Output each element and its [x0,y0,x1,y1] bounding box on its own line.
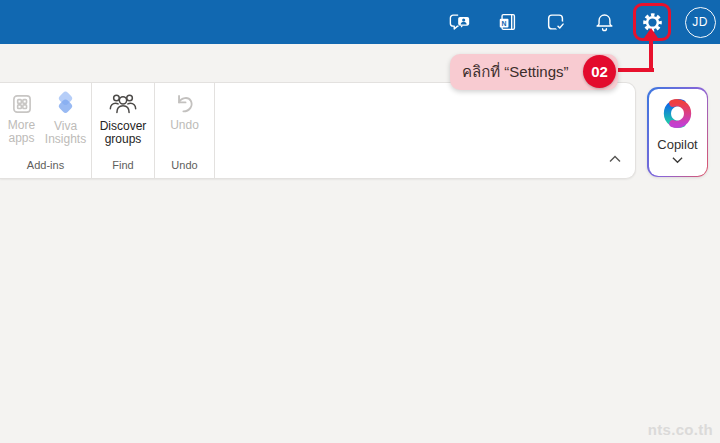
collapse-ribbon-button[interactable] [607,152,623,166]
ribbon-group-label: Undo [155,159,214,178]
my-day-button[interactable] [540,6,572,38]
chat-icon [448,11,472,33]
notifications-button[interactable] [588,6,620,38]
ribbon-group-find: Discover groups Find [92,83,155,178]
button-label: Viva Insights [42,120,90,146]
viva-insights-icon [52,91,79,118]
ribbon-group-addins: More apps Viva Insights Add-ins [0,83,92,178]
people-group-icon [108,91,138,118]
button-label: More apps [2,119,42,145]
watermark: nts.co.th [648,421,713,438]
undo-arrow-icon [172,91,198,117]
annotation-connector-horizontal [612,68,654,72]
more-apps-button[interactable]: More apps [2,88,42,145]
viva-insights-button[interactable]: Viva Insights [42,88,90,146]
discover-groups-button[interactable]: Discover groups [92,88,154,146]
undo-button[interactable]: Undo [156,88,213,132]
content-area: nts.co.th [0,180,720,443]
annotation-arrow-up-icon [644,28,658,38]
chevron-down-icon [672,156,683,164]
onenote-feed-icon: N [497,11,519,33]
notifications-bell-icon [594,12,615,33]
copilot-button[interactable]: Copilot [647,87,708,177]
annotation-step-badge: 02 [583,55,616,88]
onenote-feed-button[interactable]: N [492,6,524,38]
button-label: Discover groups [92,120,154,146]
ribbon-group-label: Find [92,159,154,178]
annotation-connector-vertical [649,36,653,72]
copilot-logo-icon [661,97,694,130]
chevron-up-icon [609,155,621,163]
account-button[interactable]: JD [684,6,716,38]
svg-text:N: N [502,20,507,27]
avatar: JD [685,7,716,38]
ribbon-empty-area [215,83,635,178]
ribbon-group-undo: Undo Undo [155,83,215,178]
button-label: Undo [170,119,199,132]
copilot-label: Copilot [657,137,697,152]
chat-button[interactable] [444,6,476,38]
ribbon-toolbar: More apps Viva Insights Add-ins [0,82,636,179]
apps-grid-icon [9,91,35,117]
ribbon-group-label: Add-ins [0,159,91,178]
my-day-check-icon [545,11,567,33]
top-app-bar: N JD [0,0,720,44]
